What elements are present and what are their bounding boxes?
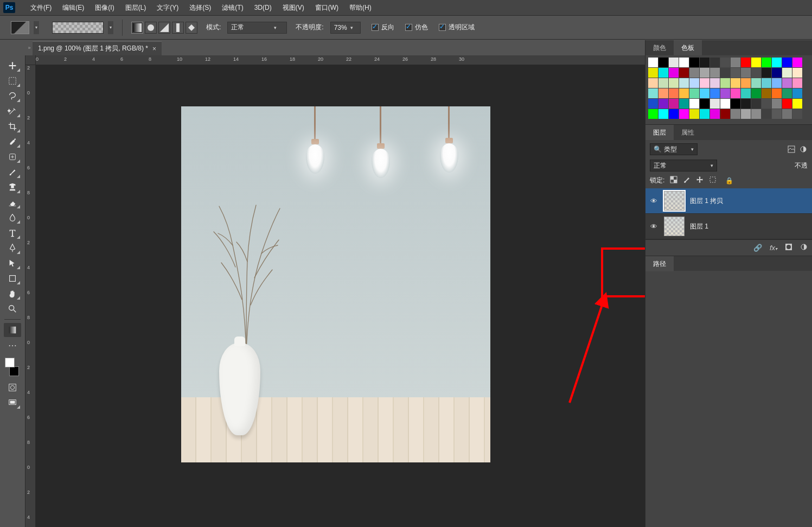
- color-swatch[interactable]: [710, 109, 720, 119]
- tab-color[interactable]: 颜色: [645, 40, 674, 55]
- color-swatch[interactable]: [741, 68, 751, 78]
- color-swatch[interactable]: [669, 99, 679, 109]
- color-swatch[interactable]: [762, 68, 771, 78]
- menu-window[interactable]: 窗口(W): [310, 0, 344, 16]
- zoom-tool[interactable]: [4, 302, 21, 316]
- color-swatch[interactable]: [658, 58, 668, 67]
- menu-file[interactable]: 文件(F): [25, 0, 57, 16]
- color-swatch[interactable]: [751, 78, 761, 88]
- tool-preset-dropdown[interactable]: ▾: [34, 21, 39, 34]
- gradient-dropdown[interactable]: ▾: [108, 21, 113, 34]
- document-tab[interactable]: 1.png @ 100% (图层 1 拷贝, RGB/8) * ×: [33, 41, 162, 55]
- color-swatch[interactable]: [658, 99, 668, 109]
- gradient-reflected-icon[interactable]: [172, 22, 184, 34]
- color-swatch[interactable]: [689, 58, 699, 67]
- color-swatch[interactable]: [720, 68, 730, 78]
- color-swatch[interactable]: [782, 68, 792, 78]
- filter-pixel-icon[interactable]: [787, 145, 796, 154]
- color-swatch[interactable]: [648, 78, 658, 88]
- color-swatch[interactable]: [762, 78, 771, 88]
- color-swatch[interactable]: [782, 99, 792, 109]
- color-swatch[interactable]: [762, 58, 771, 67]
- color-swatch[interactable]: [648, 88, 658, 98]
- color-swatch[interactable]: [731, 68, 740, 78]
- pen-tool[interactable]: [4, 241, 21, 255]
- lock-transparency-icon[interactable]: [670, 176, 677, 185]
- lock-paint-icon[interactable]: [683, 176, 690, 185]
- color-swatch[interactable]: [762, 88, 771, 98]
- marquee-tool[interactable]: [4, 74, 21, 88]
- canvas-area[interactable]: [36, 65, 645, 527]
- tool-preset-swatch[interactable]: [11, 21, 29, 34]
- healing-brush-tool[interactable]: [4, 150, 21, 164]
- crop-tool[interactable]: [4, 119, 21, 134]
- mask-icon[interactable]: [785, 243, 792, 252]
- color-swatch[interactable]: [679, 109, 689, 119]
- gradient-radial-icon[interactable]: [145, 22, 157, 34]
- expand-chevrons-icon[interactable]: »: [26, 40, 33, 55]
- color-swatch[interactable]: [648, 109, 658, 119]
- color-swatch[interactable]: [648, 99, 658, 109]
- color-swatch[interactable]: [710, 58, 720, 67]
- clone-stamp-tool[interactable]: [4, 180, 21, 194]
- color-swatch[interactable]: [700, 58, 709, 67]
- layer-blend-select[interactable]: 正常 ▾: [650, 160, 717, 172]
- eyedropper-tool[interactable]: [4, 135, 21, 149]
- color-swatch[interactable]: [751, 58, 761, 67]
- color-swatch[interactable]: [782, 58, 792, 67]
- shape-tool[interactable]: [4, 271, 21, 285]
- color-swatch[interactable]: [792, 88, 802, 98]
- tab-properties[interactable]: 属性: [674, 125, 702, 140]
- menu-type[interactable]: 文字(Y): [151, 0, 184, 16]
- color-swatch[interactable]: [658, 88, 668, 98]
- menu-select[interactable]: 选择(S): [184, 0, 216, 16]
- color-swatch[interactable]: [679, 58, 689, 67]
- color-swatch[interactable]: [772, 109, 782, 119]
- gradient-diamond-icon[interactable]: [186, 22, 197, 34]
- color-swatch[interactable]: [658, 109, 668, 119]
- color-swatch[interactable]: [792, 78, 802, 88]
- gradient-preview[interactable]: [52, 22, 104, 34]
- color-swatch[interactable]: [741, 88, 751, 98]
- ruler-origin[interactable]: [25, 55, 36, 65]
- adjustment-icon[interactable]: [800, 243, 808, 252]
- color-swatch[interactable]: [700, 99, 709, 109]
- lock-all-icon[interactable]: 🔒: [725, 177, 733, 185]
- color-swatch[interactable]: [658, 78, 668, 88]
- color-swatch[interactable]: [648, 58, 658, 67]
- screen-mode-tool[interactable]: [4, 396, 21, 410]
- foreground-background-swatch[interactable]: [4, 358, 21, 376]
- color-swatch[interactable]: [731, 99, 740, 109]
- color-swatch[interactable]: [741, 78, 751, 88]
- color-swatch[interactable]: [679, 68, 689, 78]
- menu-layer[interactable]: 图层(L): [120, 0, 152, 16]
- color-swatch[interactable]: [669, 58, 679, 67]
- color-swatch[interactable]: [689, 109, 699, 119]
- color-swatch[interactable]: [679, 78, 689, 88]
- color-swatch[interactable]: [689, 99, 699, 109]
- hand-tool[interactable]: [4, 287, 21, 301]
- color-swatch[interactable]: [751, 99, 761, 109]
- color-swatch[interactable]: [669, 109, 679, 119]
- color-swatch[interactable]: [710, 68, 720, 78]
- color-swatch[interactable]: [700, 78, 709, 88]
- reverse-check[interactable]: 反向: [372, 23, 394, 32]
- layer-thumbnail[interactable]: [664, 191, 685, 211]
- quick-mask-tool[interactable]: [4, 380, 21, 395]
- color-swatch[interactable]: [782, 109, 792, 119]
- color-swatch[interactable]: [658, 68, 668, 78]
- color-swatch[interactable]: [710, 88, 720, 98]
- color-swatch[interactable]: [731, 58, 740, 67]
- lock-artboard-icon[interactable]: [709, 176, 717, 185]
- vertical-ruler[interactable]: 2024680246802468024: [25, 65, 36, 527]
- transparency-check[interactable]: 透明区域: [439, 23, 475, 32]
- brush-tool[interactable]: [4, 165, 21, 179]
- layer-filter-select[interactable]: 🔍 类型 ▾: [650, 143, 698, 155]
- move-tool[interactable]: [4, 59, 21, 73]
- color-swatch[interactable]: [792, 99, 802, 109]
- color-swatch[interactable]: [741, 99, 751, 109]
- color-swatch[interactable]: [731, 109, 740, 119]
- tab-swatches[interactable]: 色板: [674, 40, 702, 55]
- visibility-eye-icon[interactable]: 👁: [649, 197, 658, 205]
- menu-view[interactable]: 视图(V): [277, 0, 310, 16]
